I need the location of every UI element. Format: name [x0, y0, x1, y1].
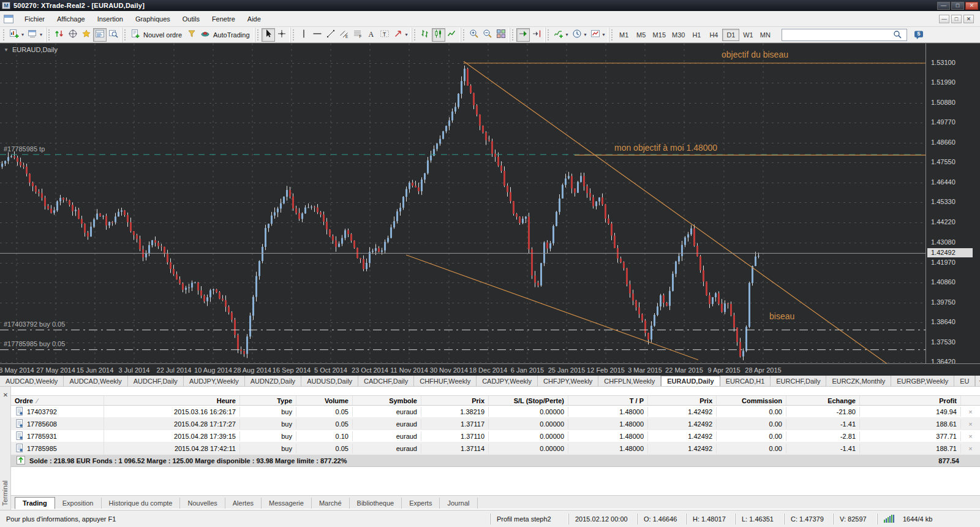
arrows-button[interactable]: ▾	[391, 28, 410, 42]
terminal-tab-nouvelles[interactable]: Nouvelles	[180, 498, 225, 509]
equidistant-channel-button[interactable]: E	[337, 28, 351, 42]
chart-restore-button[interactable]: □	[951, 15, 962, 23]
crosshair-button[interactable]	[275, 28, 288, 42]
chart-shift-button[interactable]	[530, 28, 543, 42]
vertical-line-button[interactable]	[297, 28, 311, 42]
timeframe-m30-button[interactable]: M30	[669, 29, 688, 41]
toolbar-drag-handle[interactable]	[48, 29, 50, 40]
column-header-t-p[interactable]: T / P	[568, 396, 648, 405]
column-header-commission[interactable]: Commission	[717, 396, 786, 405]
new-chart-button[interactable]: ▾	[7, 28, 26, 42]
zoom-in-button[interactable]	[467, 28, 481, 42]
toolbar-drag-handle[interactable]	[611, 29, 613, 40]
community-chat-button[interactable]: 5	[911, 29, 927, 41]
timeframe-m15-button[interactable]: M15	[650, 29, 669, 41]
chart-tab-chfhuf-weekly[interactable]: CHFHUF,Weekly	[414, 376, 477, 386]
close-position-icon[interactable]: ×	[961, 419, 980, 429]
toolbar-drag-handle[interactable]	[512, 29, 514, 40]
toolbar-drag-handle[interactable]	[293, 29, 295, 40]
chart-tab-cadjpy-weekly[interactable]: CADJPY,Weekly	[477, 376, 538, 386]
time-axis[interactable]: 8 May 201427 May 201415 Jun 20143 Jul 20…	[0, 363, 980, 376]
profiles-button[interactable]: ▾	[26, 28, 44, 42]
market-watch-button[interactable]	[53, 28, 66, 42]
terminal-tab-march-[interactable]: Marché	[312, 498, 350, 509]
horizontal-line-button[interactable]	[311, 28, 324, 42]
menu-insertion[interactable]: Insertion	[91, 13, 129, 25]
menu-affichage[interactable]: Affichage	[51, 13, 91, 25]
price-axis[interactable]: 1.42492 1.531001.519901.508801.497701.48…	[926, 44, 980, 363]
close-position-icon[interactable]: ×	[961, 444, 980, 453]
chart-tab-chfpln-weekly[interactable]: CHFPLN,Weekly	[598, 376, 661, 386]
terminal-tab-exposition[interactable]: Exposition	[55, 498, 102, 509]
chart-area[interactable]: ▼ EURAUD,Daily objectif du biseau mon ob…	[0, 43, 980, 376]
timeframe-h1-button[interactable]: H1	[688, 29, 705, 41]
chart-tab-eurcad-h1[interactable]: EURCAD,H1	[720, 376, 771, 386]
column-header-prix[interactable]: Prix	[421, 396, 489, 405]
menu-outils[interactable]: Outils	[176, 13, 206, 25]
timeframe-m5-button[interactable]: M5	[633, 29, 650, 41]
chart-window-icon[interactable]	[4, 15, 13, 23]
timeframe-w1-button[interactable]: W1	[739, 29, 756, 41]
column-header-type[interactable]: Type	[240, 396, 296, 405]
toolbar-drag-handle[interactable]	[548, 29, 549, 40]
close-position-icon[interactable]: ×	[961, 431, 980, 441]
table-row[interactable]: 177856082015.04.28 17:17:27buy0.05euraud…	[11, 418, 980, 430]
timeframe-m1-button[interactable]: M1	[616, 29, 633, 41]
table-row[interactable]: 177859312015.04.28 17:39:15buy0.10euraud…	[11, 430, 980, 442]
templates-button[interactable]: ▾	[589, 28, 607, 42]
toolbar-drag-handle[interactable]	[124, 29, 126, 40]
terminal-tab-messagerie[interactable]: Messagerie	[262, 498, 312, 509]
terminal-tab-experts[interactable]: Experts	[402, 498, 440, 509]
menu-fenetre[interactable]: Fenetre	[206, 13, 241, 25]
toolbar-drag-handle[interactable]	[463, 29, 465, 40]
timeframe-d1-button[interactable]: D1	[722, 29, 739, 41]
strategy-tester-button[interactable]	[107, 28, 120, 42]
chart-tab-audjpy-weekly[interactable]: AUDJPY,Weekly	[184, 376, 245, 386]
orders-table-header[interactable]: Ordre∕HeureTypeVolumeSymbolePrixS/L (Sto…	[11, 395, 980, 406]
indicators-button[interactable]: ▾	[552, 28, 570, 42]
chart-tab-audusd-daily[interactable]: AUDUSD,Daily	[301, 376, 358, 386]
column-header-heure[interactable]: Heure	[104, 396, 240, 405]
column-header-ordre[interactable]: Ordre∕	[11, 396, 104, 405]
annotation-my-target[interactable]: mon objectif à moi 1.48000	[614, 143, 717, 153]
timeframe-h4-button[interactable]: H4	[705, 29, 722, 41]
table-row[interactable]: 177859852015.04.28 17:42:11buy0.05euraud…	[11, 442, 980, 455]
fibonacci-button[interactable]: F	[351, 28, 364, 42]
auto-scroll-button[interactable]	[516, 28, 530, 42]
navigator-button[interactable]	[80, 28, 93, 42]
terminal-close-icon[interactable]: ✕	[0, 387, 11, 398]
column-header-echange[interactable]: Echange	[786, 396, 860, 405]
terminal-tab-historique-du-compte[interactable]: Historique du compte	[102, 498, 181, 509]
menu-graphiques[interactable]: Graphiques	[129, 13, 176, 25]
candlesticks-button[interactable]	[432, 28, 445, 42]
column-header-prix[interactable]: Prix	[648, 396, 717, 405]
chart-plot[interactable]: ▼ EURAUD,Daily objectif du biseau mon ob…	[0, 44, 926, 363]
zoom-out-button[interactable]	[481, 28, 494, 42]
menu-aide[interactable]: Aide	[241, 13, 267, 25]
text-button[interactable]: A	[364, 28, 378, 42]
toolbar-drag-handle[interactable]	[3, 29, 5, 40]
column-header-volume[interactable]: Volume	[296, 396, 353, 405]
column-header-profit[interactable]: Profit	[860, 396, 961, 405]
tab-scroll-left-icon[interactable]: ◄	[975, 376, 980, 386]
chart-tab-eurczk-monthly[interactable]: EURCZK,Monthly	[826, 376, 891, 386]
maximize-button[interactable]: □	[951, 2, 964, 10]
chart-tab-chfjpy-weekly[interactable]: CHFJPY,Weekly	[538, 376, 598, 386]
line-chart-button[interactable]	[445, 28, 459, 42]
annotation-wedge-target[interactable]: objectif du biseau	[722, 50, 788, 59]
annotation-wedge[interactable]: biseau	[769, 311, 794, 321]
chart-tab-eurchf-daily[interactable]: EURCHF,Daily	[771, 376, 826, 386]
close-position-icon[interactable]: ×	[961, 407, 980, 417]
terminal-tab-alertes[interactable]: Alertes	[225, 498, 262, 509]
tile-windows-button[interactable]	[494, 28, 508, 42]
chart-tab-euraud-daily[interactable]: EURAUD,Daily	[661, 376, 720, 386]
terminal-tab-journal[interactable]: Journal	[440, 498, 477, 509]
chart-minimize-button[interactable]: —	[939, 15, 949, 23]
chart-tab-audnzd-daily[interactable]: AUDNZD,Daily	[245, 376, 301, 386]
chart-tab-eu[interactable]: EU	[954, 376, 975, 386]
metaeditor-button[interactable]	[185, 28, 198, 42]
data-window-button[interactable]	[66, 28, 80, 42]
search-input[interactable]	[782, 30, 892, 40]
toolbar-drag-handle[interactable]	[414, 29, 416, 40]
minimize-button[interactable]: —	[937, 2, 950, 10]
